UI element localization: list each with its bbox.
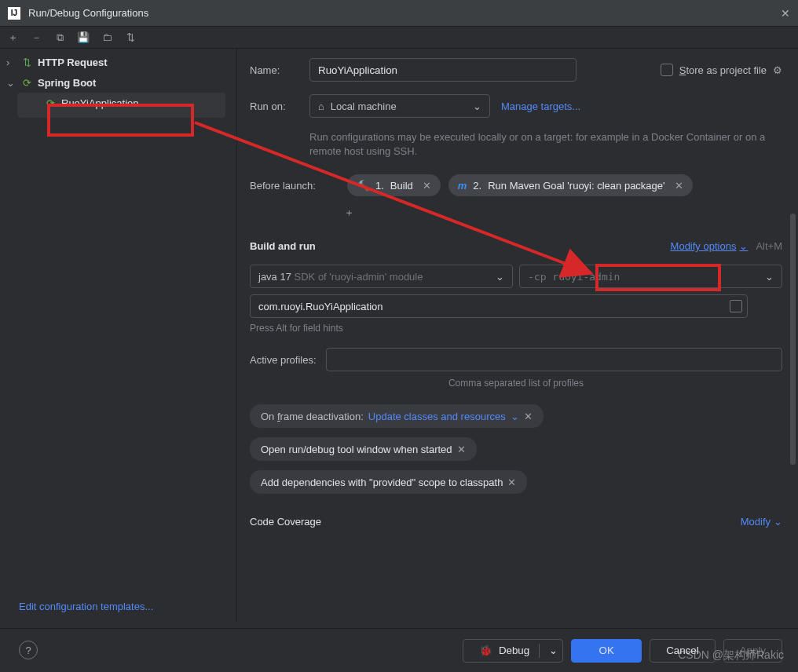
option-provided-scope[interactable]: Add dependencies with "provided" scope t… [250,470,527,494]
remove-option-icon[interactable]: ✕ [524,411,533,422]
checkbox-icon[interactable] [661,64,673,76]
remove-option-icon[interactable]: ✕ [457,444,466,455]
shortcut-hint: Alt+M [756,240,782,252]
titlebar: IJ Run/Debug Configurations ✕ [0,0,798,27]
http-icon: ⇅ [20,57,33,68]
config-form: Name: Store as project file ⚙ Run on: ⌂ … [237,49,798,622]
runon-value: Local machine [331,100,397,112]
close-icon[interactable]: ✕ [781,7,790,20]
manage-targets-link[interactable]: Manage targets... [501,100,580,112]
store-as-project-file[interactable]: Store as project file ⚙ [661,64,782,76]
chevron-down-icon: ⌄ [511,411,519,422]
remove-task-icon[interactable]: ✕ [675,180,683,192]
annotation-highlight [47,104,194,137]
runon-hint: Run configurations may be executed local… [309,130,782,159]
folder-icon[interactable]: 🗀 [101,31,113,44]
chevron-right-icon: › [6,57,16,68]
chevron-down-icon: ⌄ [774,516,782,528]
chevron-down-icon: ⌄ [739,240,748,252]
watermark: CSDN @架构师Rakic [678,648,784,663]
add-icon[interactable]: ＋ [6,31,19,44]
app-logo-icon: IJ [8,7,20,20]
spring-icon: ⟳ [20,77,33,89]
add-task-button[interactable]: ＋ [344,206,782,220]
name-input[interactable] [309,58,577,82]
main-class-input[interactable]: com.ruoyi.RuoYiApplication [250,294,748,318]
tree-label: HTTP Request [38,57,108,68]
chevron-down-icon: ⌄ [765,271,774,283]
window-title: Run/Debug Configurations [28,7,781,19]
edit-templates-link[interactable]: Edit configuration templates... [19,601,153,612]
runon-select[interactable]: ⌂ Local machine ⌄ [309,94,490,118]
remove-icon[interactable]: － [30,31,42,44]
config-toolbar: ＋ － ⧉ 💾 🗀 ⇅ [0,27,798,49]
remove-task-icon[interactable]: ✕ [423,180,431,192]
expand-icon[interactable] [730,300,742,312]
runon-label: Run on: [250,100,309,112]
sdk-select[interactable]: java 17 SDK of 'ruoyi-admin' module ⌄ [250,265,513,288]
annotation-highlight [595,264,721,291]
gear-icon[interactable]: ⚙ [773,64,782,76]
profiles-hint: Comma separated list of profiles [250,378,782,389]
save-icon[interactable]: 💾 [77,31,90,44]
bug-icon: 🐞 [479,645,492,656]
task-maven[interactable]: m 2. Run Maven Goal 'ruoyi: clean packag… [448,174,693,196]
tree-node-http[interactable]: › ⇅ HTTP Request [0,52,236,72]
code-coverage-heading: Code Coverage [250,516,321,528]
maven-icon: m [458,180,467,192]
name-label: Name: [250,64,309,76]
tree-node-spring[interactable]: ⌄ ⟳ Spring Boot [0,72,236,93]
task-build[interactable]: 🔨 1. Build ✕ [347,174,441,196]
option-open-tool-window[interactable]: Open run/debug tool window when started … [250,437,477,461]
build-run-heading: Build and run [250,240,316,252]
debug-button[interactable]: 🐞 Debug ⌄ [463,639,563,663]
scrollbar[interactable] [790,214,796,465]
sort-icon[interactable]: ⇅ [124,31,137,44]
profiles-label: Active profiles: [250,354,317,366]
ok-button[interactable]: OK [571,639,642,663]
chevron-down-icon: ⌄ [473,100,481,112]
hammer-icon: 🔨 [357,180,369,192]
chevron-down-icon: ⌄ [549,645,558,656]
coverage-modify-link[interactable]: Modify ⌄ [741,516,782,528]
before-launch-label: Before launch: [250,180,339,192]
chevron-down-icon: ⌄ [496,271,504,283]
option-on-frame[interactable]: On frame deactivation: Update classes an… [250,404,544,428]
field-hint: Press Alt for field hints [250,323,782,334]
remove-option-icon[interactable]: ✕ [507,477,516,488]
machine-icon: ⌂ [318,100,324,112]
tree-label: Spring Boot [38,77,96,89]
copy-icon[interactable]: ⧉ [53,31,66,44]
chevron-down-icon: ⌄ [6,77,16,89]
profiles-input[interactable] [326,348,782,371]
modify-options-link[interactable]: Modify options ⌄ [671,240,749,252]
